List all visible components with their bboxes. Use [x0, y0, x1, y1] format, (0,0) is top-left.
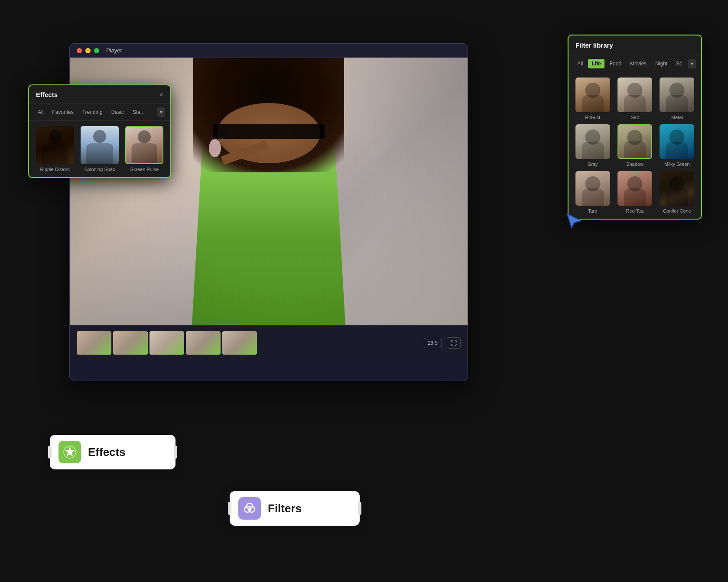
filter-thumb-shadow: [618, 124, 652, 159]
filter-label-gray: Gray: [588, 162, 598, 167]
timeline-thumb: [186, 331, 221, 355]
filters-badge-notch-left: [228, 502, 231, 515]
effect-item-spinning[interactable]: Spinning Spac: [79, 126, 120, 172]
person-silhouette-shadow: [618, 125, 651, 158]
badge-notch-left: [48, 446, 52, 459]
fullscreen-button[interactable]: ⛶: [447, 337, 461, 349]
effects-badge-icon: [58, 441, 81, 463]
effects-tab-favorites[interactable]: Favorites: [49, 107, 77, 117]
timeline-thumb: [113, 331, 148, 355]
effects-tab-sta[interactable]: Sta...: [129, 107, 148, 117]
filter-library-panel: Filter library All Life Food Movies Nigh…: [568, 35, 702, 220]
filter-thumb-redtea: [618, 171, 652, 206]
person-silhouette-metal: [660, 78, 694, 112]
effects-tab-trending[interactable]: Trending: [79, 107, 106, 117]
filter-item-metal[interactable]: Metal: [658, 78, 696, 120]
filter-label-shadow: Shadow: [626, 162, 644, 167]
effects-tab-basic[interactable]: Basic: [108, 107, 127, 117]
filters-badge-text: Filters: [268, 502, 302, 515]
timeline-controls: 16:9 ⛶: [424, 337, 461, 349]
effects-panel-title: Effects: [36, 91, 58, 98]
filter-item-redtea[interactable]: Red Tea: [616, 171, 653, 213]
effect-thumb-pulse: [125, 126, 163, 164]
filter-item-milky[interactable]: Milky Green: [658, 124, 696, 167]
filter-item-gray[interactable]: Gray: [574, 124, 611, 167]
effect-thumb-ripple: [36, 126, 74, 164]
filter-item-shadow[interactable]: Shadow: [616, 124, 653, 167]
effects-grid: Ripple Distorti Spinning Spac Screen Pul…: [29, 121, 170, 177]
filter-grid: Robust Salt Metal Gray: [569, 72, 701, 219]
filter-tab-all[interactable]: All: [574, 59, 586, 68]
effect-label-pulse: Screen Pulse: [130, 167, 159, 172]
filter-item-robust[interactable]: Robust: [574, 78, 611, 120]
filter-tab-life[interactable]: Life: [588, 59, 604, 68]
filter-thumb-robust: [575, 78, 610, 112]
filter-label-taro: Taro: [588, 208, 597, 213]
traffic-light-green[interactable]: [94, 48, 99, 53]
effect-thumb-spinning: [81, 126, 119, 164]
effect-item-ripple[interactable]: Ripple Distorti: [34, 126, 75, 172]
filter-label-conifer: Conifer Cone: [663, 208, 691, 213]
person-silhouette-gray: [575, 124, 610, 159]
effects-panel: Effects « All Favorites Trending Basic S…: [28, 84, 171, 178]
effects-badge[interactable]: Effects: [50, 435, 176, 469]
filter-tab-sc[interactable]: Sc: [673, 59, 686, 68]
filters-badge-icon: [238, 497, 261, 520]
badge-notch-right: [174, 446, 177, 459]
effects-close-button[interactable]: «: [159, 91, 163, 98]
person-silhouette-salt: [618, 78, 652, 112]
filter-item-taro[interactable]: Taro: [574, 171, 611, 213]
traffic-light-yellow[interactable]: [85, 48, 91, 53]
person-silhouette-milky: [660, 124, 694, 159]
filter-tab-food[interactable]: Food: [606, 59, 625, 68]
filter-label-robust: Robust: [585, 115, 600, 120]
cursor-arrow: [566, 212, 583, 230]
traffic-light-red[interactable]: [77, 48, 82, 53]
effects-star-icon: [63, 445, 77, 459]
filter-item-salt[interactable]: Salt: [616, 78, 653, 120]
filter-thumb-taro: [575, 171, 610, 206]
person-silhouette-redtea: [618, 171, 652, 206]
timeline-thumbs: [77, 331, 420, 355]
player-title: Player: [106, 47, 122, 54]
filter-library-header: Filter library: [569, 36, 701, 55]
filter-thumb-salt: [618, 78, 652, 112]
filter-thumb-gray: [575, 124, 610, 159]
filter-thumb-milky: [660, 124, 694, 159]
filter-tab-dropdown[interactable]: ▾: [688, 59, 696, 68]
effects-tab-dropdown[interactable]: ▾: [157, 107, 165, 117]
effect-label-ripple: Ripple Distorti: [40, 167, 69, 172]
effects-panel-header: Effects «: [29, 85, 170, 104]
timeline-thumb: [222, 331, 257, 355]
effects-tabs: All Favorites Trending Basic Sta... ▾: [29, 104, 170, 121]
filter-thumb-conifer: [660, 171, 694, 206]
filter-item-conifer[interactable]: Conifer Cone: [658, 171, 696, 213]
svg-marker-0: [567, 214, 581, 228]
filter-tabs: All Life Food Movies Night Sc ▾: [569, 55, 701, 72]
effect-label-spinning: Spinning Spac: [84, 167, 115, 172]
filter-label-metal: Metal: [671, 115, 683, 120]
filters-badge-notch-right: [358, 502, 361, 515]
person-silhouette-taro: [575, 171, 610, 206]
timeline-bar: 16:9 ⛶: [70, 325, 468, 360]
aspect-ratio-button[interactable]: 16:9: [424, 338, 442, 348]
timeline-thumb: [150, 331, 184, 355]
filter-label-redtea: Red Tea: [626, 208, 644, 213]
scene: Player: [0, 0, 728, 582]
filter-thumb-metal: [660, 78, 694, 112]
effects-tab-all[interactable]: All: [34, 107, 47, 117]
filter-tab-movies[interactable]: Movies: [627, 59, 650, 68]
player-titlebar: Player: [70, 44, 468, 58]
filters-badge[interactable]: Filters: [230, 491, 360, 526]
effects-badge-text: Effects: [88, 446, 126, 459]
filter-tab-night[interactable]: Night: [652, 59, 671, 68]
timeline-thumb: [77, 331, 111, 355]
filter-label-salt: Salt: [631, 115, 639, 120]
filters-rings-icon: [243, 501, 257, 515]
effect-item-pulse[interactable]: Screen Pulse: [124, 126, 165, 172]
filter-label-milky: Milky Green: [664, 162, 690, 167]
person-silhouette-robust: [575, 78, 610, 112]
person-silhouette-conifer: [660, 171, 694, 206]
